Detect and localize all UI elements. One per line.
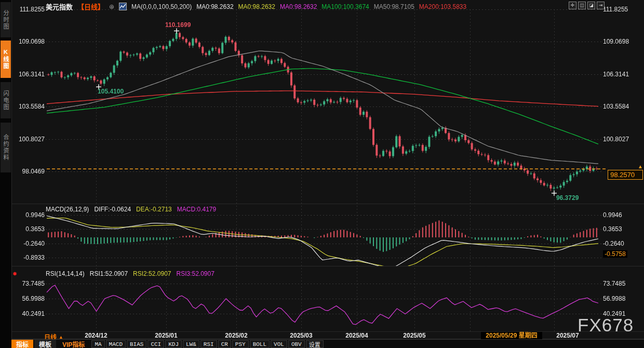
price-axis-label-left: 106.3141 bbox=[12, 71, 45, 78]
footer-tab-9[interactable]: RSI bbox=[200, 340, 217, 348]
date-axis-label: 2025/03 bbox=[284, 332, 319, 339]
selected-date-badge: 2025/05/29 星期四 bbox=[481, 332, 542, 339]
rsi-header: RSI(14,14,14) RSI1:52.0907 RSI2:52.0907 … bbox=[46, 270, 214, 277]
footer-tab-3[interactable]: MA bbox=[91, 340, 104, 348]
macd-axis-label-right: 0.3653 bbox=[603, 225, 622, 233]
rsi1-value: RSI1:52.0907 bbox=[90, 270, 128, 277]
sidebar-tab-1[interactable]: K线图 bbox=[1, 41, 11, 78]
high-price-annotation: 110.1699 bbox=[165, 21, 191, 29]
macd-axis-label-right: 0.9946 bbox=[603, 211, 622, 219]
chart-type-sidebar: 分时图K线图闪电图合约资料 bbox=[0, 0, 12, 348]
rsi-axis-label-left: 73.7485 bbox=[12, 280, 45, 287]
footer-tab-7[interactable]: KDJ bbox=[165, 340, 182, 348]
ma-value-1: MA0:98.2632 bbox=[238, 3, 275, 10]
ma-value-3: MA100:100.3674 bbox=[321, 3, 369, 10]
price-axis-label-right: 106.3141 bbox=[603, 71, 629, 78]
price-marker-arrow-icon: ▲ bbox=[638, 164, 643, 169]
current-price-box: 98.2570 bbox=[608, 170, 643, 180]
ma-values: MA0:98.2632MA0:98.2632MA0:98.2632MA100:1… bbox=[196, 3, 466, 10]
footer-tab-6[interactable]: CCI bbox=[147, 340, 164, 348]
sidebar-tab-0[interactable]: 分时图 bbox=[1, 2, 11, 37]
rsi-axis-label-right: 73.7485 bbox=[603, 280, 625, 287]
footer-tab-8[interactable]: LW& bbox=[183, 340, 199, 348]
macd-title: MACD(26,12,9) bbox=[46, 206, 89, 213]
rsi-title: RSI(14,14,14) bbox=[46, 270, 85, 277]
ma-value-5: MA200:103.5833 bbox=[419, 3, 466, 10]
price-axis-label-left: 109.0698 bbox=[12, 38, 45, 45]
ma-settings-label: MA(0,0,0,100,50,200) bbox=[131, 3, 192, 10]
footer-tab-1[interactable]: 模板 bbox=[34, 340, 56, 348]
pop-out-icon[interactable]: ⇥ bbox=[597, 2, 605, 9]
price-axis-label-left: 100.8027 bbox=[12, 136, 45, 143]
mini-chart-icon-canvas bbox=[119, 3, 126, 10]
price-axis-label-right: 111.8255 bbox=[603, 6, 628, 13]
ma-value-2: MA0:98.2632 bbox=[280, 3, 317, 10]
macd-axis-label-right: -0.2640 bbox=[603, 240, 624, 247]
footer-tab-5[interactable]: BIAS bbox=[127, 340, 146, 348]
period-dropdown-arrow-icon: ▲ bbox=[59, 334, 63, 340]
footer-tab-11[interactable]: PSY bbox=[232, 340, 249, 348]
macd-dea-value: DEA:-0.2713 bbox=[136, 206, 172, 213]
ma-value-0: MA0:98.2632 bbox=[196, 3, 233, 10]
split-pane-icon[interactable]: ✛ bbox=[569, 2, 576, 9]
macd-macd-value: MACD:0.4179 bbox=[177, 206, 216, 213]
macd-diff-value: DIFF:-0.0624 bbox=[94, 206, 131, 213]
sidebar-tab-2[interactable]: 闪电图 bbox=[1, 82, 11, 118]
macd-axis-label-left: -0.2640 bbox=[12, 240, 45, 247]
macd-axis-label-left: 0.9946 bbox=[12, 211, 45, 219]
macd-header: MACD(26,12,9) DIFF:-0.0624 DEA:-0.2713 M… bbox=[46, 206, 216, 213]
watermark: FX678 bbox=[578, 315, 634, 336]
chart-canvas[interactable] bbox=[0, 0, 644, 348]
rsi-axis-label-left: 56.9988 bbox=[12, 295, 45, 302]
rsi3-value: RSI3:52.0907 bbox=[177, 270, 214, 277]
mini-chart-icon[interactable] bbox=[119, 3, 127, 10]
price-axis-label-right: 109.0698 bbox=[603, 38, 629, 45]
date-axis-label: 2025/01 bbox=[149, 332, 184, 339]
early-low-annotation: 105.4100 bbox=[98, 88, 124, 95]
macd-axis-highlight: -0.5758 bbox=[603, 250, 627, 258]
price-axis-label-left: 111.8255 bbox=[12, 6, 45, 13]
date-axis-label: 2025/04 bbox=[339, 332, 374, 339]
footer-tab-2[interactable]: VIP指标 bbox=[56, 340, 91, 348]
ma-value-4: MA50:98.7105 bbox=[374, 3, 414, 10]
date-axis-label: 2024/12 bbox=[78, 332, 114, 339]
price-axis-label-left: 103.5584 bbox=[12, 103, 45, 110]
chart-header: 美元指数 【日线】 ⊕ MA(0,0,0,100,50,200) MA0:98.… bbox=[46, 2, 466, 11]
footer-tab-10[interactable]: CR bbox=[218, 340, 231, 348]
pane-chart-icon[interactable]: ◫ bbox=[578, 2, 586, 9]
footer-tab-12[interactable]: BOLL bbox=[250, 340, 270, 348]
late-low-annotation: 96.3729 bbox=[556, 194, 579, 202]
price-axis-label-right: 103.5584 bbox=[603, 103, 629, 110]
macd-axis-label-left: -0.8933 bbox=[12, 254, 45, 261]
date-axis-label: 2025/02 bbox=[219, 332, 254, 339]
footer-tab-15[interactable]: 设置 bbox=[306, 340, 324, 348]
period-tag: 【日线】 bbox=[77, 2, 104, 11]
footer-tab-14[interactable]: OBV bbox=[288, 340, 305, 348]
chart-toolbar: ✛◫◪⇥ bbox=[569, 2, 605, 9]
price-axis-label-left: 98.0469 bbox=[12, 168, 45, 175]
rsi-axis-label-right: 56.9988 bbox=[603, 295, 625, 302]
rsi-axis-label-left: 40.2491 bbox=[12, 310, 45, 317]
date-axis-label: 2025/05 bbox=[397, 332, 432, 339]
trading-app-window: 分时图K线图闪电图合约资料 美元指数 【日线】 ⊕ MA(0,0,0,100,5… bbox=[0, 0, 644, 348]
macd-axis-label-left: 0.3653 bbox=[12, 225, 45, 233]
pane-export-icon[interactable]: ◪ bbox=[587, 2, 595, 9]
alert-icon: ✹ bbox=[12, 271, 17, 277]
sidebar-tab-3[interactable]: 合约资料 bbox=[1, 123, 11, 172]
symbol-name: 美元指数 bbox=[46, 2, 73, 11]
footer-tab-0[interactable]: 指标 bbox=[11, 340, 33, 348]
footer-tab-13[interactable]: VOL bbox=[271, 340, 287, 348]
footer-tab-4[interactable]: MACD bbox=[106, 340, 126, 348]
price-axis-label-right: 100.8027 bbox=[603, 136, 629, 143]
rsi2-value: RSI2:52.0907 bbox=[133, 270, 171, 277]
compare-add-icon[interactable]: ⊕ bbox=[109, 3, 114, 10]
indicator-tab-bar: 指标模板VIP指标MAMACDBIASCCIKDJLW&RSICRPSYBOLL… bbox=[11, 339, 644, 348]
